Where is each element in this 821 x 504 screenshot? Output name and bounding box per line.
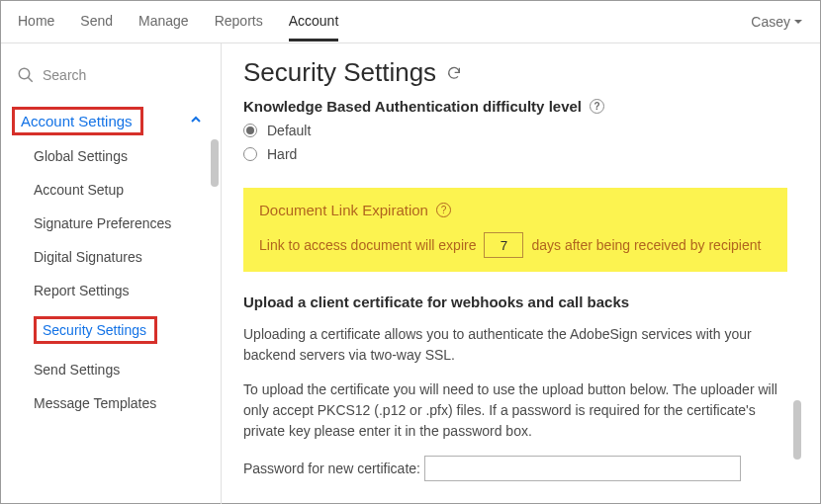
cert-paragraph-1: Uploading a certificate allows you to au… bbox=[243, 324, 787, 366]
document-link-expiration-section: Document Link Expiration ? Link to acces… bbox=[243, 188, 787, 272]
radio-icon bbox=[243, 124, 257, 137]
sidebar-item-label: Message Templates bbox=[34, 395, 156, 411]
page-title-text: Security Settings bbox=[243, 57, 436, 88]
sidebar-item-account-setup[interactable]: Account Setup bbox=[0, 173, 221, 207]
search-icon bbox=[17, 66, 35, 84]
dle-heading: Document Link Expiration ? bbox=[259, 202, 772, 218]
refresh-icon[interactable] bbox=[446, 57, 462, 88]
nav-send[interactable]: Send bbox=[80, 1, 113, 42]
nav-reports[interactable]: Reports bbox=[215, 1, 263, 42]
sidebar-item-label: Account Setup bbox=[34, 182, 124, 198]
chevron-up-icon bbox=[189, 113, 203, 129]
cert-password-input[interactable] bbox=[424, 456, 741, 481]
sidebar-item-global-settings[interactable]: Global Settings bbox=[0, 139, 221, 173]
sidebar-list: Global Settings Account Setup Signature … bbox=[0, 139, 221, 420]
sidebar-item-label: Global Settings bbox=[34, 148, 128, 164]
cert-password-label: Password for new certificate: bbox=[243, 461, 420, 476]
svg-point-0 bbox=[19, 68, 30, 79]
nav-manage[interactable]: Manage bbox=[138, 1, 189, 42]
sidebar-item-signature-preferences[interactable]: Signature Preferences bbox=[0, 207, 221, 240]
nav-account[interactable]: Account bbox=[289, 1, 339, 42]
sidebar: Search Account Settings Global Settings … bbox=[0, 43, 222, 504]
cert-heading: Upload a client certificate for webhooks… bbox=[243, 294, 787, 310]
search-placeholder: Search bbox=[43, 67, 86, 83]
kba-option-label: Hard bbox=[267, 146, 297, 162]
kba-heading: Knowledge Based Authentication difficult… bbox=[243, 98, 787, 115]
dle-heading-text: Document Link Expiration bbox=[259, 202, 428, 218]
help-icon[interactable]: ? bbox=[436, 203, 451, 217]
sidebar-item-report-settings[interactable]: Report Settings bbox=[0, 274, 221, 307]
sidebar-item-label: Report Settings bbox=[34, 283, 130, 298]
main-scrollbar[interactable] bbox=[791, 98, 803, 495]
kba-option-hard[interactable]: Hard bbox=[243, 146, 787, 162]
dle-text-post: days after being received by recipient bbox=[531, 237, 761, 253]
kba-option-default[interactable]: Default bbox=[243, 123, 787, 138]
dle-text-pre: Link to access document will expire bbox=[259, 237, 476, 253]
help-icon[interactable]: ? bbox=[590, 99, 604, 114]
sidebar-item-send-settings[interactable]: Send Settings bbox=[0, 353, 221, 386]
nav-home[interactable]: Home bbox=[18, 1, 54, 42]
caret-down-icon bbox=[793, 17, 803, 27]
dle-days-input[interactable] bbox=[484, 232, 523, 258]
search-input[interactable]: Search bbox=[14, 59, 207, 91]
sidebar-item-message-templates[interactable]: Message Templates bbox=[0, 386, 221, 420]
sidebar-scrollbar-thumb[interactable] bbox=[211, 139, 219, 187]
user-menu[interactable]: Casey bbox=[751, 14, 803, 30]
cert-paragraph-2: To upload the certificate you will need … bbox=[243, 379, 787, 442]
sidebar-scrollbar[interactable] bbox=[209, 139, 221, 420]
page-title: Security Settings bbox=[243, 57, 803, 88]
kba-heading-text: Knowledge Based Authentication difficult… bbox=[243, 98, 582, 115]
sidebar-item-security-settings[interactable]: Security Settings bbox=[0, 307, 221, 353]
sidebar-group-label: Account Settings bbox=[21, 113, 133, 129]
sidebar-item-digital-signatures[interactable]: Digital Signatures bbox=[0, 240, 221, 274]
sidebar-item-label: Signature Preferences bbox=[34, 215, 171, 231]
svg-line-1 bbox=[28, 77, 33, 82]
sidebar-item-label: Security Settings bbox=[43, 322, 146, 338]
sidebar-group-account-settings[interactable]: Account Settings bbox=[0, 103, 221, 139]
top-nav: Home Send Manage Reports Account Casey bbox=[0, 0, 821, 43]
sidebar-item-label: Send Settings bbox=[34, 362, 120, 378]
main-content: Security Settings Knowledge Based Authen… bbox=[222, 43, 821, 504]
kba-option-label: Default bbox=[267, 123, 311, 138]
user-name: Casey bbox=[751, 14, 790, 30]
main-scrollbar-thumb[interactable] bbox=[793, 400, 801, 460]
radio-icon bbox=[243, 147, 257, 161]
sidebar-item-label: Digital Signatures bbox=[34, 249, 142, 265]
